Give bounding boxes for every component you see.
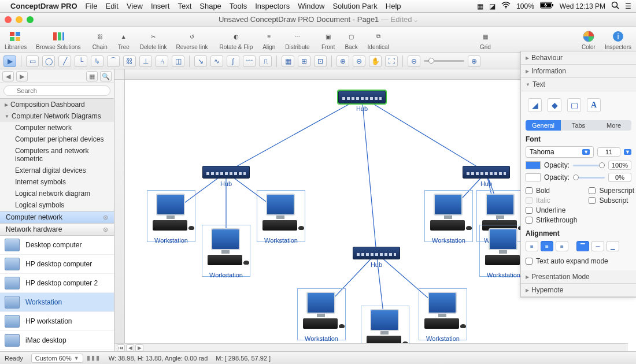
delete-link-button[interactable]: ✂Delete link xyxy=(139,29,168,51)
workstation-shape[interactable] xyxy=(150,194,192,232)
menu-file[interactable]: File xyxy=(86,2,98,10)
fill-opacity-slider[interactable] xyxy=(573,165,605,166)
inspectors-button[interactable]: iInspectors xyxy=(604,29,633,51)
distribute-button[interactable]: ⋯Distribute xyxy=(284,29,310,51)
inspector-behaviour[interactable]: Behaviour xyxy=(521,51,636,65)
tree-item[interactable]: Logical network diagram xyxy=(0,188,114,199)
shape-item[interactable]: Desktop computer xyxy=(0,236,114,255)
workstation-shape[interactable] xyxy=(364,309,406,347)
library-tab-network-hardware[interactable]: Network hardware⊗ xyxy=(0,224,114,236)
grid-button[interactable]: ▦Grid xyxy=(477,29,493,51)
front-button[interactable]: ▣Front xyxy=(320,29,337,51)
nav-back-button[interactable]: ◀ xyxy=(2,71,14,81)
menu-insert[interactable]: Insert xyxy=(151,2,170,10)
tree-item[interactable]: Logical symbols xyxy=(0,199,114,211)
view-mode-icons[interactable]: ▮▮▮ xyxy=(87,354,101,362)
workstation-shape[interactable] xyxy=(301,292,342,330)
text-inspector-icon[interactable]: A xyxy=(587,98,601,112)
hub-shape[interactable] xyxy=(338,91,386,103)
menu-solution-park[interactable]: Solution Park xyxy=(332,2,377,10)
inspector-presentation[interactable]: Presentation Mode xyxy=(521,270,636,284)
fill-opacity-value[interactable]: 100% xyxy=(608,161,631,170)
workstation-shape[interactable] xyxy=(205,228,247,266)
workstation-shape[interactable] xyxy=(483,228,524,266)
zoom-plus-button[interactable]: ⊕ xyxy=(468,55,480,67)
workstation-shape[interactable] xyxy=(422,292,464,330)
tab-more[interactable]: More xyxy=(596,120,631,131)
ellipse-tool[interactable]: ◯ xyxy=(42,55,55,67)
curve-tool[interactable]: ∿ xyxy=(210,55,223,67)
arrow-line-tool[interactable]: ↘ xyxy=(194,55,207,67)
arc-tool[interactable]: ⌒ xyxy=(107,55,120,67)
strike-checkbox[interactable]: Strikethrough xyxy=(526,216,577,224)
scroll-first-button[interactable]: ⏮ xyxy=(117,344,125,351)
menu-edit[interactable]: Edit xyxy=(106,2,119,10)
auto-expand-checkbox[interactable]: Text auto expand mode xyxy=(526,257,631,265)
valign-mid-button[interactable]: ─ xyxy=(591,241,604,251)
bezier-tool[interactable]: 〰 xyxy=(243,55,256,67)
connector-tool[interactable]: └ xyxy=(75,55,87,67)
snap-object-tool[interactable]: ⊡ xyxy=(314,55,327,67)
shape-item[interactable]: HP desktop computer xyxy=(0,255,114,274)
title-dropdown-icon[interactable]: ⌵ xyxy=(414,17,417,23)
valign-top-button[interactable]: ▔ xyxy=(576,241,589,251)
dashboard-icon[interactable]: ▦ xyxy=(477,2,483,10)
spline-tool[interactable]: ∫ xyxy=(227,55,239,67)
menubar-clock[interactable]: Wed 12:13 PM xyxy=(560,2,605,10)
wifi-icon[interactable] xyxy=(501,2,511,10)
nav-fwd-button[interactable]: ▶ xyxy=(16,71,28,81)
inspector-information[interactable]: Information xyxy=(521,65,636,78)
align-left-button[interactable]: ≡ xyxy=(526,241,538,251)
underline-checkbox[interactable]: Underline xyxy=(526,206,577,214)
super-checkbox[interactable]: Superscript xyxy=(589,187,634,195)
menu-view[interactable]: View xyxy=(127,2,143,10)
tree-network-diagrams[interactable]: Computer Network Diagrams xyxy=(0,110,114,122)
shield-icon[interactable]: ◪ xyxy=(489,2,496,10)
workstation-shape[interactable] xyxy=(260,194,302,232)
line-opacity-value[interactable]: 0% xyxy=(608,173,631,182)
hub-shape[interactable] xyxy=(353,247,400,259)
tree-item[interactable]: Computer peripheral devices xyxy=(0,133,114,145)
scroll-prev-button[interactable]: ◀ xyxy=(126,344,134,351)
bold-checkbox[interactable]: Bold xyxy=(526,187,577,195)
view-grid-button[interactable]: ▦ xyxy=(86,71,98,81)
shape-item[interactable]: iMac desktop xyxy=(0,331,114,350)
fill-inspector-icon[interactable]: ◢ xyxy=(528,98,542,112)
line-tool[interactable]: ╱ xyxy=(58,55,71,67)
snap-grid-tool[interactable]: ▦ xyxy=(282,55,294,67)
shadow-inspector-icon[interactable]: ▢ xyxy=(567,98,581,112)
hub-shape[interactable] xyxy=(202,166,250,179)
branch-tool[interactable]: ⑃ xyxy=(156,55,168,67)
zoom-minus-button[interactable]: ⊖ xyxy=(408,55,420,67)
italic-checkbox[interactable]: Italic xyxy=(526,196,577,205)
group-tool[interactable]: ◫ xyxy=(172,55,184,67)
font-family-select[interactable]: Tahoma▼ xyxy=(526,146,594,158)
notification-center-icon[interactable]: ☰ xyxy=(625,2,631,10)
snap-guides-tool[interactable]: ⊞ xyxy=(298,55,310,67)
zoom-out-tool[interactable]: ⊖ xyxy=(353,55,365,67)
menu-help[interactable]: Help xyxy=(386,2,401,10)
pan-tool[interactable]: ✋ xyxy=(369,55,382,67)
menu-text[interactable]: Text xyxy=(178,2,191,10)
scroll-next-button[interactable]: ▶ xyxy=(135,344,143,351)
chain-button[interactable]: ⛓Chain xyxy=(91,29,109,51)
sub-checkbox[interactable]: Subscript xyxy=(589,196,634,205)
menu-tools[interactable]: Tools xyxy=(230,2,247,10)
round-connector-tool[interactable]: ⎍ xyxy=(259,55,272,67)
fill-color-swatch[interactable] xyxy=(526,161,541,169)
tree-item[interactable]: Computer network xyxy=(0,122,114,133)
line-opacity-slider[interactable] xyxy=(573,177,605,179)
align-right-button[interactable]: ≡ xyxy=(556,241,568,251)
workstation-shape[interactable] xyxy=(428,194,469,232)
close-tab-icon[interactable]: ⊗ xyxy=(103,214,108,221)
library-search-input[interactable] xyxy=(3,86,110,96)
line-color-swatch[interactable] xyxy=(526,173,541,181)
menu-inspectors[interactable]: Inspectors xyxy=(255,2,290,10)
identical-button[interactable]: ⧉Identical xyxy=(367,29,390,51)
back-button[interactable]: ▢Back xyxy=(343,29,360,51)
tab-general[interactable]: General xyxy=(526,120,561,131)
view-search-button[interactable]: 🔍 xyxy=(100,71,112,81)
libraries-button[interactable]: Libraries xyxy=(3,29,28,51)
inspector-hypernote[interactable]: Hypernote xyxy=(521,284,636,297)
smart-connector-tool[interactable]: ↳ xyxy=(91,55,103,67)
